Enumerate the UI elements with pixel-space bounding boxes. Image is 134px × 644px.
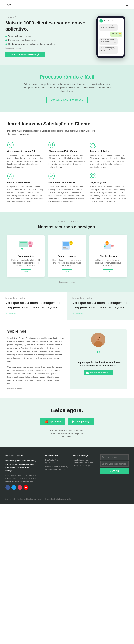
hero-feature-3: Contínua ferramentas e documentação comp…: [5, 43, 89, 45]
blog-title-2: Verifique nossa última postagem no blog …: [72, 301, 129, 310]
footer-col-follow: Siga-nos até T (234) 567 891 1 (234) 987…: [45, 454, 68, 490]
footer-link-1[interactable]: Transferência locais: [73, 459, 96, 461]
phone-device: Your Friend Lorem ipsum dolor sit amet c…: [96, 16, 125, 58]
footer-col1-text: Etiam vel erat consulis - nunc-adesnt te…: [5, 474, 40, 483]
about-sidebar-quote: I help companies tincidunt tortor aliqua…: [73, 360, 123, 368]
hero-cta-button[interactable]: CONSULTE MAIS INFORMAÇÃO: [5, 52, 45, 57]
feature-growth-title: O crescimento do negócio: [7, 150, 44, 152]
download-note: Adicione algum texto aqui para explicar …: [49, 429, 85, 438]
footer-submit-button[interactable]: ENVIAR: [100, 468, 129, 474]
footer-bottom: Sample text. Click to select the text bo…: [5, 495, 129, 500]
feature-strategy-title: Planejamento Estratégico: [48, 150, 86, 152]
about-title: Sobre nós: [7, 329, 64, 334]
process-cta-button[interactable]: CONSULTE MAIS INFORMAÇÃO: [46, 96, 87, 103]
feature-chart-text: Sample text. Click to select the text bo…: [48, 185, 86, 203]
card-design-title: Design inspirado: [52, 255, 82, 258]
svg-rect-37: [111, 244, 114, 247]
svg-rect-44: [86, 372, 87, 374]
characteristics-image-credit: Imagem de Freepik: [7, 281, 127, 283]
feature-strategy-text: Sample text. Click to select the text bo…: [48, 154, 86, 169]
footer-email-input[interactable]: [100, 461, 129, 466]
youtube-icon[interactable]: ▶: [24, 485, 28, 490]
feature-global-title: Negócio global: [90, 181, 127, 184]
svg-point-1: [48, 142, 55, 148]
svg-point-40: [95, 335, 102, 341]
card-communications: Comunicações Pretium tincidunt dolor pri…: [7, 235, 45, 278]
blog-link-2[interactable]: Saiba mais →: [72, 312, 129, 315]
svg-rect-39: [111, 246, 113, 246]
footer-grid: Falar em contato Podemos ganhar confiabi…: [5, 454, 129, 490]
feature-dot: [5, 36, 7, 37]
hero-section: SOBRE NÓS Mais de 1000 clientes usando n…: [0, 9, 134, 65]
twitter-icon[interactable]: t: [12, 485, 16, 490]
footer-link-3[interactable]: Finanças e poupança: [73, 465, 96, 467]
blog-section: Design do aplicativo Verifique nossa últ…: [0, 292, 134, 320]
card-design-btn[interactable]: MAIS: [62, 270, 72, 274]
svg-point-43: [99, 337, 100, 338]
about-para-2: Quis viverra nibh cras pulvinar mattis. …: [7, 365, 64, 385]
card-clients-title: Clientes Felizes: [93, 255, 123, 258]
feature-growth: O crescimento do negócio Sample text. Cl…: [7, 142, 44, 169]
linkedin-button[interactable]: Encontre-me no LinkedIn: [84, 370, 113, 375]
feature-dot: [5, 44, 7, 45]
svg-point-29: [70, 241, 72, 243]
blog-label-1: Design do aplicativo: [5, 297, 62, 299]
feature-time-title: Tempo e dinheiro: [90, 150, 127, 152]
footer-link-2[interactable]: Transferências de dívidas: [73, 462, 96, 464]
feature-investment-text: Sample text. Click to select the text bo…: [7, 185, 44, 203]
card-clients: Clientes Felizes Nisl in porta lorem mol…: [89, 235, 127, 278]
svg-line-7: [93, 145, 94, 145]
feature-investment-title: Melhor Investimento: [7, 181, 44, 184]
svg-point-45: [86, 371, 87, 372]
svg-marker-23: [22, 249, 23, 250]
footer-phone-1[interactable]: T (234) 567 891: [45, 459, 68, 461]
process-section: Processo rápido e fácil Duis aute dolor …: [0, 65, 134, 112]
navbar: logo ☰: [0, 0, 134, 9]
satisfaction-section: Acreditamos na Satisfação do Cliente Dio…: [0, 112, 134, 212]
satisfaction-text: Dios aute maior em reprehenderit in veli…: [7, 129, 96, 136]
svg-rect-18: [20, 244, 25, 244]
appstore-button[interactable]: 🍎 App Store: [40, 418, 65, 425]
about-para-1: Sample text. Click to Egestas egestas fr…: [7, 336, 64, 363]
facebook-icon[interactable]: f: [5, 485, 10, 490]
svg-point-35: [104, 246, 106, 247]
characteristics-label: CARACTERÍSTICAS: [7, 221, 127, 223]
footer-form: ENVIAR: [100, 454, 129, 474]
chat-messages: Lorem ipsum dolor sit amet consectetur a…: [99, 24, 122, 55]
blog-card-1: Design do aplicativo Verifique nossa últ…: [0, 292, 67, 320]
feature-time: Tempo e dinheiro Sample text. Click to s…: [90, 142, 127, 169]
communications-illustration: [17, 238, 35, 253]
instagram-icon[interactable]: i: [18, 485, 22, 490]
about-avatar: [91, 332, 106, 347]
design-illustration: [58, 238, 76, 253]
footer-col-services: Nossos serviços Transferência locais Tra…: [73, 454, 96, 490]
chat-message-4: Lorem ipsum dolor sit amet consectetur a…: [99, 46, 118, 54]
svg-rect-36: [102, 248, 106, 248]
svg-point-20: [29, 242, 32, 244]
about-image-credit: Imagem de Freepik: [7, 388, 64, 390]
svg-rect-26: [62, 247, 66, 248]
svg-rect-22: [22, 248, 23, 249]
satisfaction-title: Acreditamos na Satisfação do Cliente: [7, 121, 127, 127]
footer-col-contact: Falar em contato Podemos ganhar confiabi…: [5, 454, 40, 490]
footer-phone-2[interactable]: 1 (234) 987 654: [45, 462, 68, 464]
phone-header: Your Friend: [99, 19, 122, 23]
googleplay-button[interactable]: ▶ Google Play: [68, 418, 94, 425]
phone-screen: Your Friend Lorem ipsum dolor sit amet c…: [98, 18, 124, 56]
hero-feature-1: Tema poderoso e flexível: [5, 35, 89, 38]
blog-link-1[interactable]: Saiba mais →: [5, 312, 62, 315]
card-communications-btn[interactable]: MAIS: [21, 270, 31, 274]
svg-rect-25: [62, 242, 69, 246]
hamburger-icon[interactable]: ☰: [126, 2, 129, 6]
cards-grid: Comunicações Pretium tincidunt dolor pri…: [7, 235, 127, 278]
time-icon: [90, 142, 96, 148]
hero-feature-2: Preços simples e transparentes: [5, 39, 89, 42]
card-clients-btn[interactable]: MAIS: [103, 270, 113, 274]
nav-logo: logo: [5, 3, 11, 6]
footer-col1-title: Falar em contato: [5, 454, 40, 457]
blog-title-1: Verifique nossa última postagem no blog …: [5, 301, 62, 310]
footer-address: 121 Rock Street, 21 Avenue, New York, NY…: [45, 465, 68, 471]
growth-icon: [7, 142, 14, 148]
footer-name-input[interactable]: [100, 454, 129, 460]
features-grid: O crescimento do negócio Sample text. Cl…: [7, 142, 127, 203]
